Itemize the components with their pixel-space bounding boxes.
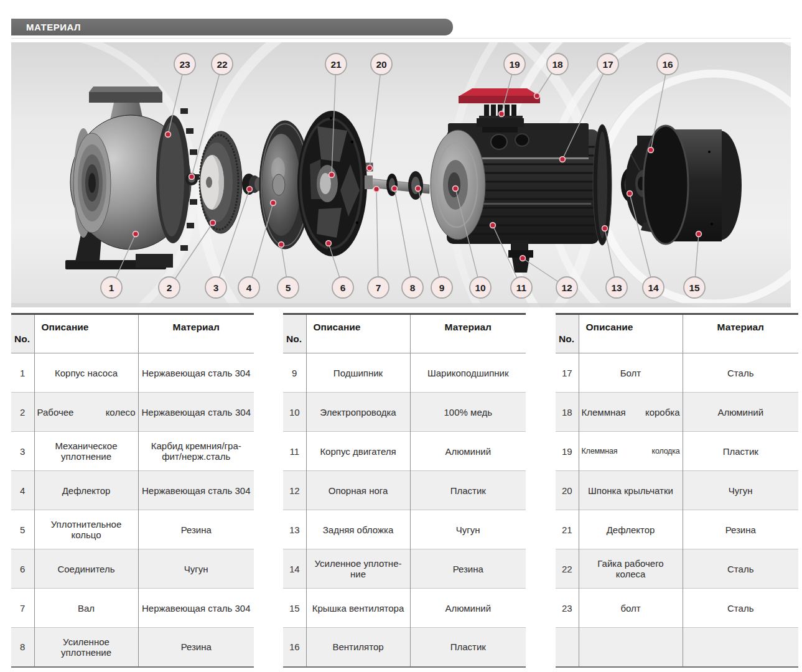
part-material: Резина — [138, 628, 254, 667]
part-dot — [627, 191, 633, 197]
part-dot — [499, 111, 505, 117]
part-material: Сталь — [683, 549, 798, 589]
row-number: 5 — [11, 510, 34, 549]
part-description — [579, 628, 683, 667]
row-number: 19 — [556, 432, 579, 471]
part-description: Рабочее колесо — [34, 393, 138, 432]
callout-number: 8 — [410, 282, 416, 293]
table-row: 5Уплотнительное кольцоРезина — [11, 510, 254, 549]
part-material: Пластик — [410, 628, 526, 667]
callout-number: 16 — [662, 59, 673, 70]
callout-number: 7 — [376, 282, 381, 293]
callout-number: 6 — [340, 282, 346, 293]
part-description: Электропроводка — [306, 393, 410, 432]
part-description: болт — [579, 589, 683, 628]
table-row: 14Усиленное уплотне- ниеРезина — [283, 549, 526, 589]
page-title: МАТЕРИАЛ — [26, 22, 81, 32]
table-row: 8Усиленное уплотнениеРезина — [11, 628, 254, 667]
part-dot — [648, 147, 654, 153]
callout-number: 4 — [246, 282, 252, 293]
part-material: Нержавеющая сталь 304 — [138, 471, 254, 510]
table-row: 10Электропроводка100% медь — [283, 393, 526, 432]
table-row: 21ДефлекторРезина — [556, 510, 798, 549]
part-material: 100% медь — [410, 393, 526, 432]
part-dot — [520, 256, 526, 261]
part-description: Дефлектор — [579, 510, 683, 549]
callout-number: 14 — [648, 282, 659, 293]
part-dot — [416, 186, 421, 192]
callout-number: 23 — [179, 59, 190, 70]
material-table-1: No. Описание Материал 1Корпус насосаНерж… — [11, 313, 254, 668]
table-header-row: No. Описание Материал — [283, 314, 526, 353]
section-title-bar: МАТЕРИАЛ — [11, 19, 453, 35]
lantern-bracket-illustration — [297, 111, 367, 256]
row-number: 17 — [556, 353, 579, 393]
part-description: Соединитель — [34, 549, 138, 589]
table-row: 12Опорная ногаПластик — [283, 471, 526, 510]
part-material: Алюминий — [410, 589, 526, 628]
part-material: Алюминий — [683, 393, 798, 432]
part-material: Чугун — [138, 549, 254, 589]
part-material: Нержавеющая сталь 304 — [138, 353, 254, 393]
part-material: Чугун — [683, 471, 798, 510]
impeller-illustration — [200, 131, 242, 233]
table-row: 4ДефлекторНержавеющая сталь 304 — [11, 471, 254, 510]
row-number: 10 — [283, 393, 306, 432]
part-material: Карбид кремния/гра- фит/нерж.сталь — [138, 432, 254, 471]
part-description: Клеммная колодка — [579, 432, 683, 471]
part-description: Дефлектор — [34, 471, 138, 510]
col-header-mat: Материал — [683, 314, 798, 353]
part-description: Уплотнительное кольцо — [34, 510, 138, 549]
part-description: Гайка рабочего колеса — [579, 549, 683, 589]
part-dot — [392, 186, 398, 192]
callout-number: 5 — [286, 282, 291, 293]
table-row: 18Клеммная коробкаАлюминий — [556, 393, 798, 432]
table-row: 1Корпус насосаНержавеющая сталь 304 — [11, 353, 254, 393]
part-material: Нержавеющая сталь 304 — [138, 589, 254, 628]
table-row: 13Задняя обложкаЧугун — [283, 510, 526, 549]
part-material: Алюминий — [410, 432, 526, 471]
part-description: Корпус двигателя — [306, 432, 410, 471]
part-dot — [166, 132, 171, 138]
part-description: Вал — [34, 589, 138, 628]
part-dot — [534, 93, 540, 99]
part-dot — [329, 172, 335, 178]
col-header-mat: Материал — [410, 314, 526, 353]
terminal-box-cover-illustration — [459, 88, 540, 103]
col-header-mat: Материал — [138, 314, 254, 353]
row-number: 12 — [283, 471, 306, 510]
part-dot — [374, 187, 380, 192]
table-row: 19Клеммная колодкаПластик — [556, 432, 798, 471]
table-row: 9ПодшипникШарикоподшипник — [283, 353, 526, 393]
part-description: Подшипник — [306, 353, 410, 393]
row-number: 18 — [556, 393, 579, 432]
callout-number: 9 — [439, 282, 445, 293]
part-material: Шарикоподшипник — [410, 353, 526, 393]
panel-bottom-edge — [11, 303, 791, 307]
part-dot — [271, 200, 276, 206]
table-row: 22Гайка рабочего колесаСталь — [556, 549, 798, 589]
part-dot — [602, 226, 608, 231]
row-number: 8 — [11, 628, 34, 667]
part-description: Вентилятор — [306, 628, 410, 667]
callout-number: 17 — [602, 59, 613, 70]
part-dot — [247, 187, 253, 192]
row-number: 15 — [283, 589, 306, 628]
callout-number: 15 — [689, 282, 700, 293]
callout-number: 21 — [330, 59, 342, 70]
row-number: 21 — [556, 510, 579, 549]
part-dot — [490, 223, 496, 228]
row-number: 3 — [11, 432, 34, 471]
table-row: 7ВалНержавеющая сталь 304 — [11, 589, 254, 628]
table-row — [556, 628, 798, 667]
callout-number: 19 — [509, 59, 520, 70]
callout-number: 20 — [376, 59, 386, 70]
callout-number: 12 — [561, 282, 572, 293]
row-number: 4 — [11, 471, 34, 510]
table-row: 17БолтСталь — [556, 353, 798, 393]
row-number: 14 — [283, 549, 306, 589]
row-number: 11 — [283, 432, 306, 471]
part-dot — [326, 241, 332, 246]
row-number: 20 — [556, 471, 579, 510]
part-material: Сталь — [683, 589, 798, 628]
